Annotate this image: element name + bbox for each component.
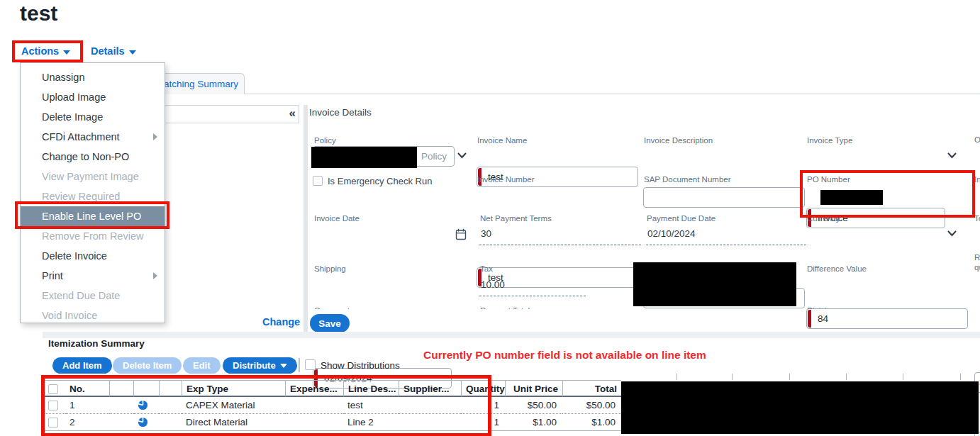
chevron-down-icon[interactable] — [947, 230, 957, 237]
save-button[interactable]: Save — [310, 314, 350, 332]
header-quantity[interactable]: Quantity — [461, 380, 505, 397]
cell-quantity: 1 — [461, 414, 505, 431]
header-line-desc[interactable]: Line Des... — [343, 380, 399, 397]
po-number-field[interactable]: 84 — [806, 308, 968, 329]
chevron-down-icon[interactable] — [457, 152, 467, 159]
edge-field-label: Or — [974, 135, 980, 144]
cell-unit-price: $1.00 — [505, 414, 562, 431]
tax-label: Tax — [480, 264, 493, 273]
cell-distribution — [133, 397, 159, 414]
cell-distribution — [133, 414, 159, 431]
button-group-divider — [299, 358, 300, 372]
menu-item-upload-image[interactable]: Upload Image — [21, 87, 165, 107]
cell-total: $1.00 — [562, 414, 621, 431]
menu-item-cfdi-attachment[interactable]: CFDi Attachment — [21, 127, 165, 147]
submenu-arrow-icon — [153, 272, 157, 279]
net-payment-terms-value: 30 — [479, 224, 641, 245]
distribute-button[interactable]: Distribute — [223, 357, 297, 374]
cell-quantity: 1 — [461, 397, 505, 414]
page-title: test — [20, 1, 57, 26]
invoice-name-label: Invoice Name — [477, 136, 527, 145]
menu-item-view-payment-image: View Payment Image — [21, 167, 165, 186]
delete-item-button: Delete Item — [113, 357, 182, 374]
panel-separator — [304, 105, 308, 333]
submenu-arrow-icon — [153, 133, 157, 140]
menu-item-review-required: Review Required — [21, 186, 165, 206]
row-checkbox[interactable] — [48, 418, 58, 427]
redaction-box-po-number — [820, 190, 883, 205]
cell-supplier — [399, 397, 461, 414]
payment-due-date-label: Payment Due Date — [647, 214, 715, 223]
column-tick — [960, 374, 961, 380]
cell-blank — [159, 414, 182, 431]
menu-item-change-to-non-po[interactable]: Change to Non-PO — [21, 147, 165, 167]
policy-label: Policy — [314, 136, 336, 145]
cell-line-desc: test — [343, 397, 399, 414]
header-total[interactable]: Total — [562, 380, 621, 397]
header-select-all — [44, 380, 65, 397]
emergency-check-run-label: Is Emergency Check Run — [328, 176, 432, 186]
cell-blank — [109, 414, 133, 431]
distribution-pie-icon[interactable] — [138, 400, 148, 410]
select-all-checkbox[interactable] — [48, 384, 58, 394]
header-supplier[interactable]: Supplier... — [399, 380, 461, 397]
change-link[interactable]: Change — [262, 316, 300, 328]
itemization-summary-title: Itemization Summary — [48, 338, 145, 349]
show-distributions-label: Show Distributions — [321, 360, 400, 371]
menu-item-delete-image[interactable]: Delete Image — [21, 107, 165, 127]
invoice-type-label: Invoice Type — [807, 136, 852, 145]
menu-item-remove-from-review: Remove From Review — [21, 226, 165, 246]
cell-exp-type: CAPEX Material — [182, 397, 285, 414]
cell-blank — [109, 397, 133, 414]
menu-item-enable-line-level-po[interactable]: Enable Line Level PO — [21, 206, 165, 226]
edge-field-label: To — [974, 214, 980, 223]
distribute-label: Distribute — [233, 360, 276, 371]
payment-due-date-value: 02/10/2024 — [646, 224, 806, 245]
tab-label: atching Summary — [164, 79, 238, 89]
show-distributions-checkbox[interactable] — [305, 359, 316, 370]
header-exp-type[interactable]: Exp Type — [182, 380, 285, 397]
net-payment-terms-label: Net Payment Terms — [480, 214, 552, 223]
comments-label: Comments — [314, 306, 354, 309]
edge-field-label: Re — [974, 253, 980, 262]
redaction-box-policy — [311, 147, 417, 168]
header-no[interactable]: No. — [65, 380, 109, 397]
header-blank — [109, 380, 133, 397]
calendar-icon[interactable] — [455, 228, 467, 240]
tax-value: 10.00 — [479, 275, 586, 296]
cell-no: 2 — [65, 414, 109, 431]
header-blank — [133, 380, 159, 397]
header-unit-price[interactable]: Unit Price — [505, 380, 562, 397]
add-item-button[interactable]: Add Item — [52, 357, 112, 374]
menu-item-print[interactable]: Print — [21, 266, 165, 286]
actions-dropdown-menu: Unassign Upload Image Delete Image CFDi … — [20, 62, 165, 323]
cell-exp-type: Direct Material — [182, 414, 285, 431]
cell-total: $50.00 — [562, 397, 621, 414]
menu-item-extend-due-date: Extend Due Date — [21, 286, 165, 306]
invoice-description-field[interactable] — [643, 187, 805, 208]
menu-item-delete-invoice[interactable]: Delete Invoice — [21, 246, 165, 266]
details-label: Details — [91, 45, 125, 57]
cell-expense — [285, 414, 343, 431]
sap-document-number-label: SAP Document Number — [644, 175, 731, 184]
emergency-check-run-checkbox[interactable] — [313, 176, 323, 186]
collapse-panel-icon[interactable]: « — [289, 106, 296, 121]
edge-field-label: qu — [974, 263, 980, 272]
distribution-pie-icon[interactable] — [138, 417, 148, 427]
request-total-label: Request Total — [480, 306, 530, 309]
chevron-down-icon[interactable] — [947, 152, 957, 159]
details-menu-button[interactable]: Details — [91, 45, 136, 57]
redaction-box-table — [621, 381, 979, 434]
column-tick — [676, 374, 677, 380]
difference-value-label: Difference Value — [807, 264, 867, 273]
invoice-details-title: Invoice Details — [309, 107, 372, 118]
row-checkbox[interactable] — [48, 401, 58, 410]
cell-blank — [159, 397, 182, 414]
invoice-number-label: Invoice Number — [477, 175, 535, 184]
header-expense[interactable]: Expense... — [285, 380, 343, 397]
tab-matching-summary[interactable]: atching Summary — [157, 73, 245, 94]
actions-menu-button[interactable]: Actions — [21, 45, 70, 57]
menu-item-unassign[interactable]: Unassign — [21, 67, 165, 87]
warning-text: Currently PO number field is not availab… — [423, 349, 706, 362]
chevron-down-icon — [63, 50, 70, 55]
